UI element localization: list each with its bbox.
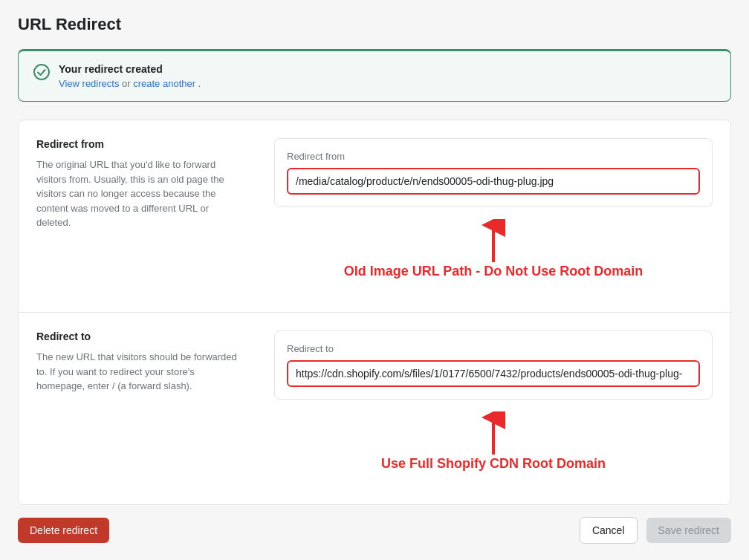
redirect-from-title: Redirect from — [36, 138, 239, 150]
success-links-or: or — [122, 78, 133, 89]
redirect-to-input[interactable] — [287, 360, 700, 387]
redirect-to-desc: The new URL that visitors should be forw… — [36, 350, 239, 394]
footer-right: Cancel Save redirect — [580, 517, 731, 544]
redirect-from-annotation-text: Old Image URL Path - Do Not Use Root Dom… — [344, 264, 643, 279]
redirect-to-card: Redirect to — [274, 331, 713, 400]
redirect-from-input[interactable] — [287, 168, 700, 195]
success-banner: Your redirect created View redirects or … — [18, 49, 731, 102]
redirect-to-right: Redirect to Use Full Shopify CDN Root Do… — [256, 313, 730, 504]
success-links-period: . — [198, 78, 201, 89]
redirect-from-row: Redirect from The original URL that you'… — [19, 120, 730, 313]
redirect-from-annotation-area: Old Image URL Path - Do Not Use Root Dom… — [274, 219, 713, 291]
redirect-from-card: Redirect from — [274, 138, 713, 207]
redirect-to-left: Redirect to The new URL that visitors sh… — [19, 313, 256, 504]
arrow-up-icon — [476, 219, 511, 264]
delete-redirect-button[interactable]: Delete redirect — [18, 518, 109, 543]
redirect-to-annotation-text: Use Full Shopify CDN Root Domain — [381, 456, 606, 472]
redirect-to-field-label: Redirect to — [287, 343, 700, 354]
cancel-button[interactable]: Cancel — [580, 517, 638, 544]
success-links: View redirects or create another . — [59, 78, 201, 89]
redirect-from-left: Redirect from The original URL that you'… — [19, 120, 256, 312]
page-title: URL Redirect — [18, 15, 731, 34]
svg-point-0 — [34, 65, 49, 79]
redirect-from-right: Redirect from Old Image URL Path - Do No… — [256, 120, 730, 312]
footer-bar: Delete redirect Cancel Save redirect — [18, 505, 731, 556]
success-title: Your redirect created — [59, 63, 201, 75]
redirect-to-title: Redirect to — [36, 331, 239, 342]
redirect-from-field-label: Redirect from — [287, 151, 700, 162]
arrow-up-icon-2 — [476, 411, 511, 456]
success-icon — [33, 64, 50, 80]
main-card: Redirect from The original URL that you'… — [18, 120, 731, 505]
create-another-link[interactable]: create another — [133, 78, 195, 89]
redirect-to-row: Redirect to The new URL that visitors sh… — [19, 313, 730, 504]
redirect-from-desc: The original URL that you'd like to forw… — [36, 157, 239, 230]
redirect-to-annotation-area: Use Full Shopify CDN Root Domain — [274, 411, 713, 484]
save-redirect-button[interactable]: Save redirect — [646, 518, 731, 543]
view-redirects-link[interactable]: View redirects — [59, 78, 119, 89]
